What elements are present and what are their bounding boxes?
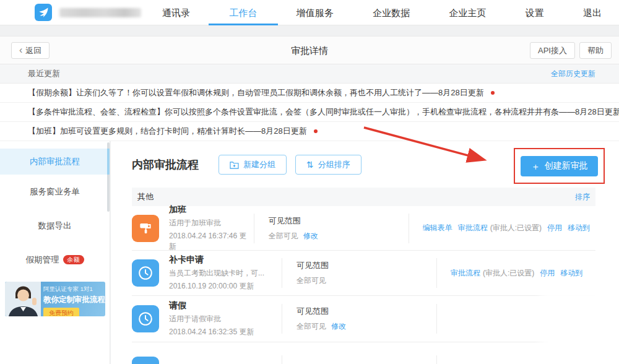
item-desc: 适用于加班审批 [169,218,254,228]
dingtalk-logo-icon[interactable] [35,4,52,21]
back-button-label: 返回 [25,45,41,56]
sidebar-item-data-export[interactable]: 数据导出 [0,209,110,243]
group-name: 其他 [137,191,154,202]
sidebar-item-holiday-management[interactable]: 假期管理 余额 [0,243,110,277]
announcement-text: 【假期余额】让亲们久等了！你可以设置年假和调休规则，自动管理员工假期和调休余额，… [28,87,484,98]
tab-workbench[interactable]: 工作台 [229,0,257,25]
recent-updates-bar: 最近更新 全部历史更新 [0,64,619,84]
sidebar-item-label: 假期管理 [26,254,59,266]
approval-list: 加班 适用于加班审批 2018.04.24 16:37:46 更新 可见范围 全… [132,206,595,364]
tutorial-highlight-box: ＋ 创建新审批 [514,148,605,184]
item-title: 请假 [169,300,282,311]
sidebar-item-internal-approval-flow[interactable]: 内部审批流程 [0,149,110,175]
unread-dot-icon [491,91,495,95]
sidebar: 内部审批流程 服务窗业务单 数据导出 假期管理 余额 阿里认证专家 1对1 [0,141,110,364]
new-group-button[interactable]: 新建分组 [219,155,287,175]
group-header-other: 其他 排序 [132,188,595,206]
move-to-link[interactable]: 移动到 [568,223,590,233]
divider [282,355,282,364]
announcement-text: 【加班】加班可设置更多规则，结合打卡时间，精准计算时长——8月28日更新 [28,126,307,137]
item-desc: 适用于请假审批 [169,314,282,324]
banner-line1: 阿里认证专家 1对1 [43,285,103,293]
list-item-leave: 请假 适用于请假审批 2018.04.24 16:32:35 更新 可见范围 全… [132,296,595,342]
paint-roller-icon [132,215,159,242]
scope-label: 可见范围 [297,306,436,317]
item-updated-time: 2018.04.24 16:37:46 更新 [169,231,254,252]
top-navigation: 通讯录 工作台 增值服务 企业数据 企业主页 设置 退出 [0,0,619,25]
disable-link[interactable]: 停用 [547,223,562,233]
disable-link[interactable]: 停用 [540,268,555,279]
expert-promo-banner[interactable]: 阿里认证专家 1对1 教你定制审批流程 免费预约 [5,282,105,316]
section-title: 内部审批流程 [132,157,199,172]
banner-line2: 教你定制审批流程 [43,295,103,305]
clock-icon [132,259,159,287]
modify-link[interactable]: 修改 [331,322,346,331]
new-group-label: 新建分组 [243,159,275,170]
recent-updates-title: 最近更新 [28,68,60,79]
move-to-link[interactable]: 移动到 [560,268,582,279]
sort-link[interactable]: 排序 [575,192,590,202]
announcement-row[interactable]: 【多条件审批流程、会签、流程检查】你可以按照多个条件设置审批流，会签（多人同时审… [0,103,619,122]
tab-enterprise-data[interactable]: 企业数据 [373,0,410,25]
tab-value-added-services[interactable]: 增值服务 [297,0,334,25]
item-title: 加班 [169,204,254,215]
back-button[interactable]: ‹ 返回 [11,42,50,59]
approval-flow-link[interactable]: 审批流程 [451,268,480,279]
sort-arrows-icon: ⇅ [306,160,314,169]
approval-admin-page: 通讯录 工作台 增值服务 企业数据 企业主页 设置 退出 审批详情 ‹ 返回 A… [0,0,619,364]
help-button[interactable]: 帮助 [579,42,612,59]
announcement-row[interactable]: 【加班】加班可设置更多规则，结合打卡时间，精准计算时长——8月28日更新 [0,122,619,141]
unread-dot-icon [314,129,318,133]
approval-flow-link[interactable]: 审批流程 [458,223,488,233]
scope-value: 全部可见 [297,322,326,331]
watermark-overlay [548,296,619,364]
announcement-text: 【多条件审批流程、会签、流程检查】你可以按照多个条件设置审批流，会签（多人同时审… [28,106,619,118]
divider [436,304,437,334]
page-title: 审批详情 [0,37,619,65]
create-new-approval-button[interactable]: ＋ 创建新审批 [521,156,598,176]
tab-settings[interactable]: 设置 [526,0,544,25]
airplane-icon [132,357,159,364]
approver-set-note: (审批人:已设置) [483,268,534,279]
list-item-card-reissue: 补卡申请 当员工考勤出现缺卡时，可... 2016.10.19 20:00:00… [132,251,595,296]
balance-badge: 余额 [63,255,84,264]
announcement-row[interactable]: 【假期余额】让亲们久等了！你可以设置年假和调休规则，自动管理员工假期和调休余额，… [0,84,619,103]
group-sort-button[interactable]: ⇅ 分组排序 [295,155,361,175]
main-panel: 内部审批流程 新建分组 ⇅ 分组排序 ＋ 创建新审批 [111,141,619,364]
scope-value: 全部可见 [297,276,326,285]
content-area: 内部审批流程 服务窗业务单 数据导出 假期管理 余额 阿里认证专家 1对1 [0,141,619,364]
item-updated-time: 2018.04.24 16:32:35 更新 [169,327,282,337]
list-item-overtime: 加班 适用于加班审批 2018.04.24 16:37:46 更新 可见范围 全… [132,206,595,251]
wing-icon [37,6,50,19]
scope-label: 可见范围 [297,260,436,271]
item-desc: 当员工考勤出现缺卡时，可... [169,268,282,279]
nav-tabs: 通讯录 工作台 增值服务 企业数据 企业主页 设置 退出 [162,0,602,25]
company-name-blurred [59,8,141,17]
expert-photo [5,282,41,316]
scope-label: 可见范围 [269,215,409,227]
sidebar-item-service-window-orders[interactable]: 服务窗业务单 [0,175,110,209]
folder-plus-icon [230,161,239,169]
list-item-business-trip: 出差 可见范围 [132,342,595,364]
free-booking-button[interactable]: 免费预约 [43,308,79,316]
page-header: 审批详情 ‹ 返回 API接入 帮助 [0,36,619,64]
chevron-left-icon: ‹ [19,45,22,55]
item-updated-time: 2016.10.19 20:00:00 更新 [169,281,282,292]
group-sort-label: 分组排序 [318,159,350,170]
tab-enterprise-homepage[interactable]: 企业主页 [449,0,486,25]
tab-contacts[interactable]: 通讯录 [162,0,190,25]
divider [436,355,437,364]
item-title: 补卡申请 [169,254,282,266]
approver-set-note: (审批人:已设置) [490,223,542,233]
clock-icon [132,305,159,332]
api-access-button[interactable]: API接入 [530,42,575,59]
plus-icon: ＋ [531,162,540,171]
modify-link[interactable]: 修改 [303,232,318,240]
tab-logout[interactable]: 退出 [583,0,602,25]
create-new-approval-label: 创建新审批 [545,160,588,171]
edit-form-link[interactable]: 编辑表单 [423,223,452,233]
all-history-updates-link[interactable]: 全部历史更新 [551,69,595,79]
scope-value: 全部可见 [269,232,298,240]
